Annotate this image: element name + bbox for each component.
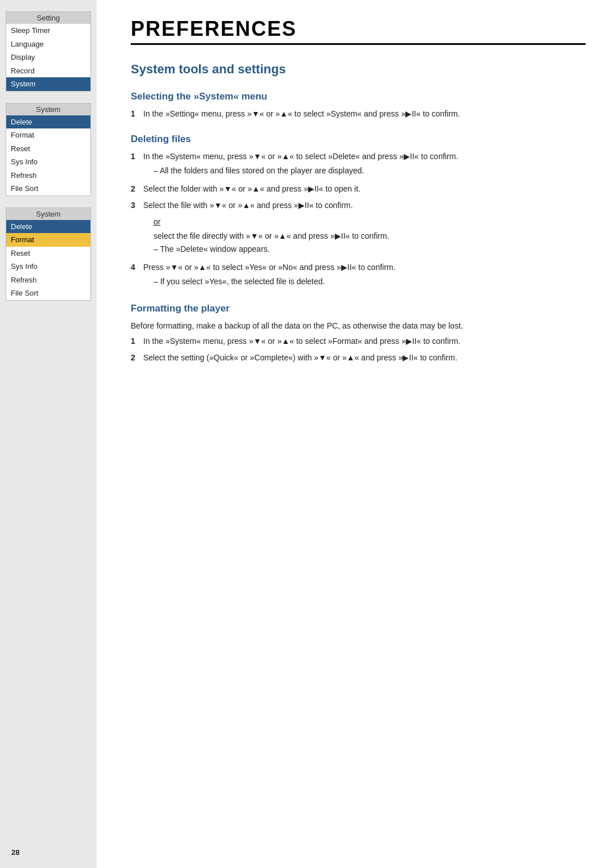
menu-item-delete-2[interactable]: Delete [6,220,90,234]
system-menu-header-1: System [6,103,90,115]
step-delete-3: 3 Select the file with »▼« or »▲« and pr… [131,200,586,257]
step-select-1: 1 In the »Setting« menu, press »▼« or »▲… [131,108,586,120]
system-menu-header-2: System [6,208,90,220]
formatting-intro: Before formatting, make a backup of all … [131,320,586,333]
step-delete-2: 2 Select the folder with »▼« or »▲« and … [131,183,586,195]
deleting-steps: 1 In the »System« menu, press »▼« or »▲«… [131,151,586,289]
selecting-steps: 1 In the »Setting« menu, press »▼« or »▲… [131,108,586,120]
menu-item-system[interactable]: System [6,77,90,91]
step-format-2: 2 Select the setting (»Quick« or »Comple… [131,352,586,364]
menu-item-format-2[interactable]: Format [6,233,90,247]
subsection-title-deleting: Deleting files [131,134,586,145]
menu-item-reset-2[interactable]: Reset [6,247,90,260]
step-delete-4: 4 Press »▼« or »▲« to select »Yes« or »N… [131,261,586,289]
setting-menu-box: Setting Sleep Timer Language Display Rec… [6,11,91,92]
step-delete-1: 1 In the »System« menu, press »▼« or »▲«… [131,151,586,178]
menu-item-display[interactable]: Display [6,51,90,64]
menu-item-format-1[interactable]: Format [6,128,90,142]
page-title: PREFERENCES [131,17,586,45]
menu-item-filesort-1[interactable]: File Sort [6,182,90,196]
system-menu-box-2: System Delete Format Reset Sys Info Refr… [6,207,91,301]
menu-item-refresh-2[interactable]: Refresh [6,273,90,287]
sidebar: Setting Sleep Timer Language Display Rec… [0,0,97,868]
main-content: PREFERENCES System tools and settings Se… [97,0,614,397]
formatting-steps: 1 In the »System« menu, press »▼« or »▲«… [131,335,586,364]
menu-item-sleep-timer[interactable]: Sleep Timer [6,24,90,38]
menu-item-record[interactable]: Record [6,64,90,78]
menu-item-refresh-1[interactable]: Refresh [6,169,90,182]
setting-menu-header: Setting [6,12,90,24]
page-number: 28 [11,848,19,857]
menu-item-sysinfo-2[interactable]: Sys Info [6,260,90,273]
step-format-1: 1 In the »System« menu, press »▼« or »▲«… [131,335,586,347]
menu-item-sysinfo-1[interactable]: Sys Info [6,155,90,169]
section-title: System tools and settings [131,62,586,77]
menu-item-delete-1[interactable]: Delete [6,115,90,129]
menu-item-filesort-2[interactable]: File Sort [6,286,90,300]
subsection-title-selecting: Selecting the »System« menu [131,91,586,102]
subsection-title-formatting: Formatting the player [131,303,586,314]
menu-item-language[interactable]: Language [6,38,90,51]
system-menu-box-1: System Delete Format Reset Sys Info Refr… [6,103,91,196]
menu-item-reset-1[interactable]: Reset [6,142,90,156]
